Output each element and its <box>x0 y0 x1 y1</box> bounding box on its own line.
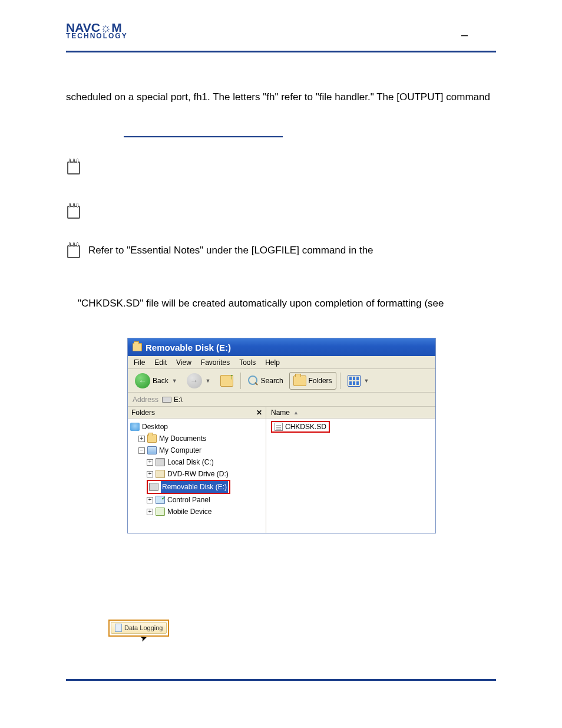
tree-mydocs[interactable]: + My Documents <box>138 433 263 444</box>
removable-disk-icon <box>149 483 158 491</box>
file-icon <box>275 423 283 431</box>
tree-control[interactable]: + Control Panel <box>147 494 263 506</box>
tree-localdisk-label: Local Disk (C:) <box>167 456 214 468</box>
notepad-icon <box>66 158 81 174</box>
drive-icon <box>162 397 171 403</box>
header-rule <box>66 51 496 52</box>
tree-desktop[interactable]: Desktop <box>130 421 263 433</box>
search-icon <box>248 375 259 386</box>
header-dash: – <box>461 28 468 42</box>
sort-asc-icon: ▲ <box>293 410 299 416</box>
toolbar-separator <box>340 373 340 389</box>
back-label: Back <box>153 377 168 385</box>
close-icon[interactable]: ✕ <box>256 409 262 417</box>
data-logging-button[interactable]: Data Logging <box>111 622 167 634</box>
folders-pane: Folders ✕ Desktop + My Documents − <box>128 407 266 533</box>
folders-pane-title: Folders <box>131 409 155 417</box>
document-icon <box>115 624 122 632</box>
desktop-icon <box>130 423 140 431</box>
chevron-down-icon[interactable]: ▼ <box>172 378 177 384</box>
logo-line2: TECHNOLOGY <box>66 32 128 39</box>
address-label: Address <box>133 396 158 404</box>
folder-tree: Desktop + My Documents − My Computer + <box>128 419 266 520</box>
file-name: CHKDSK.SD <box>285 423 326 431</box>
note-1 <box>66 158 496 174</box>
chevron-down-icon[interactable]: ▼ <box>206 378 211 384</box>
expand-icon[interactable]: + <box>147 459 153 466</box>
tree-dvd-label: DVD-RW Drive (D:) <box>167 468 229 480</box>
control-panel-icon <box>156 496 165 504</box>
tree-mycomp[interactable]: − My Computer <box>138 444 263 456</box>
note-3: Refer to "Essential Notes" under the [LO… <box>66 242 496 258</box>
explorer-body: Folders ✕ Desktop + My Documents − <box>128 407 435 533</box>
logo: NAVC☼M TECHNOLOGY <box>66 22 128 39</box>
paragraph-2: "CHKDSK.SD" file will be created automat… <box>78 296 496 311</box>
underline-link-placeholder <box>124 136 283 137</box>
notepad-icon <box>66 242 81 258</box>
menu-favorites[interactable]: Favorites <box>201 358 230 367</box>
menu-view[interactable]: View <box>176 358 191 367</box>
tree-mycomp-label: My Computer <box>159 444 201 456</box>
views-button[interactable]: ▼ <box>344 372 373 390</box>
expand-icon[interactable]: + <box>147 509 153 515</box>
column-name-label: Name <box>271 409 290 417</box>
toolbar-separator <box>240 373 241 389</box>
dvd-icon <box>156 470 165 478</box>
file-item-chkdsk[interactable]: CHKDSK.SD <box>271 421 330 433</box>
note-2 <box>66 202 496 219</box>
tree-desktop-label: Desktop <box>142 421 168 433</box>
back-arrow-icon: ← <box>135 373 150 388</box>
explorer-window: Removable Disk (E:) File Edit View Favor… <box>127 338 436 533</box>
computer-icon <box>147 446 157 454</box>
window-titlebar[interactable]: Removable Disk (E:) <box>128 338 435 356</box>
folder-icon <box>147 434 157 443</box>
folders-label: Folders <box>309 377 332 385</box>
data-logging-label: Data Logging <box>124 624 163 631</box>
tree-localdisk[interactable]: + Local Disk (C:) <box>147 456 263 468</box>
views-icon <box>348 375 361 387</box>
up-button[interactable] <box>217 372 237 390</box>
menu-file[interactable]: File <box>134 358 145 367</box>
folders-button[interactable]: Folders <box>289 372 336 390</box>
expand-icon[interactable]: + <box>147 471 153 477</box>
tree-mobile[interactable]: + Mobile Device <box>147 506 263 518</box>
address-field[interactable]: E:\ <box>162 396 431 404</box>
collapse-icon[interactable]: − <box>138 447 145 454</box>
address-bar: Address E:\ <box>128 393 435 407</box>
back-button[interactable]: ← Back ▼ <box>131 372 181 390</box>
expand-icon[interactable]: + <box>138 436 145 442</box>
mobile-device-icon <box>156 508 165 516</box>
menu-bar: File Edit View Favorites Tools Help <box>128 356 435 369</box>
folder-up-icon <box>220 375 233 387</box>
folder-open-icon <box>133 343 142 351</box>
forward-button[interactable]: → ▼ <box>183 372 214 390</box>
toolbar: ← Back ▼ → ▼ Search Folders <box>128 369 435 393</box>
search-button[interactable]: Search <box>244 372 287 390</box>
folder-icon <box>293 375 306 386</box>
search-label: Search <box>261 377 283 385</box>
menu-help[interactable]: Help <box>265 358 280 367</box>
address-value: E:\ <box>174 396 183 404</box>
folders-pane-header: Folders ✕ <box>128 407 266 419</box>
tree-dvd[interactable]: + DVD-RW Drive (D:) <box>147 468 263 480</box>
files-pane: Name ▲ CHKDSK.SD <box>266 407 435 533</box>
expand-icon[interactable]: + <box>147 497 153 503</box>
disk-icon <box>156 458 165 466</box>
tree-control-label: Control Panel <box>167 494 210 506</box>
tree-removable-label: Removable Disk (E:) <box>161 481 228 493</box>
note-3-text: Refer to "Essential Notes" under the [LO… <box>88 242 373 258</box>
menu-edit[interactable]: Edit <box>154 358 167 367</box>
notepad-icon <box>66 202 81 219</box>
chevron-down-icon[interactable]: ▼ <box>364 378 369 384</box>
tree-mydocs-label: My Documents <box>159 433 206 444</box>
tree-removable[interactable]: Removable Disk (E:) <box>147 480 263 494</box>
menu-tools[interactable]: Tools <box>239 358 256 367</box>
forward-arrow-icon: → <box>187 373 202 388</box>
footer-rule <box>66 679 496 681</box>
tree-mobile-label: Mobile Device <box>167 506 211 518</box>
paragraph-1: scheduled on a special port, fh1. The le… <box>66 90 496 105</box>
column-header-name[interactable]: Name ▲ <box>266 407 435 419</box>
window-title: Removable Disk (E:) <box>146 342 231 353</box>
